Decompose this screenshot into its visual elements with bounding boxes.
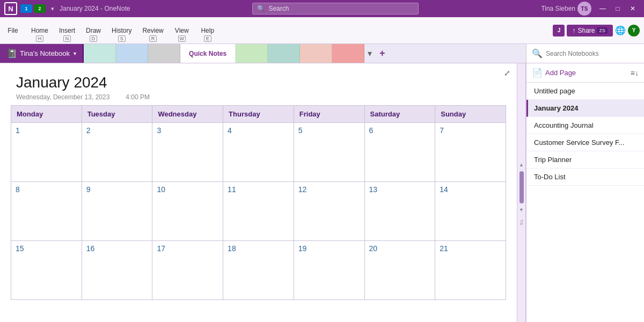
calendar-day-13[interactable]: 13: [364, 182, 435, 241]
calendar-day-12[interactable]: 12: [294, 182, 364, 241]
section-tab-3[interactable]: [148, 44, 180, 63]
search-notebooks-area[interactable]: 🔍: [526, 44, 644, 63]
page-list-item-1[interactable]: January 2024: [526, 100, 644, 117]
day-number: 7: [440, 126, 444, 135]
calendar-day-8[interactable]: 8: [11, 182, 82, 241]
day-number: 4: [228, 126, 232, 135]
section-tabs: Quick Notes ▾ +: [84, 44, 526, 63]
ribbon-tab-history[interactable]: History S: [106, 17, 137, 43]
page-list-item-5[interactable]: To-Do List: [526, 169, 644, 186]
calendar-table: Monday Tuesday Wednesday Thursday Friday…: [11, 105, 506, 300]
insert-key: N: [63, 35, 71, 42]
section-tab-quicknotes[interactable]: Quick Notes: [180, 44, 236, 63]
scroll-up-icon[interactable]: ▲: [517, 160, 525, 169]
scroll-down-icon[interactable]: ▼: [517, 206, 525, 214]
share-shortcut: ZS: [597, 27, 608, 34]
user-name: Tina Sieben: [541, 5, 575, 12]
content-header: January 2024 Wednesday, December 13, 202…: [0, 63, 517, 105]
ribbon-tab-file[interactable]: File: [0, 17, 26, 43]
cal-header-wednesday: Wednesday: [152, 106, 223, 123]
calendar-day-6[interactable]: 6: [364, 123, 435, 182]
add-section-button[interactable]: +: [375, 44, 390, 63]
calendar-day-18[interactable]: 18: [223, 241, 294, 300]
view-label: View: [175, 27, 189, 34]
ribbon-tab-help[interactable]: Help E: [195, 17, 221, 43]
scroll-thumb[interactable]: [519, 171, 524, 203]
title-bar-search[interactable]: 🔍 Search: [252, 3, 419, 14]
onenote-logo: N: [4, 2, 17, 15]
ribbon-tab-review[interactable]: Review R: [137, 17, 169, 43]
calendar-day-1[interactable]: 1: [11, 123, 82, 182]
calendar-day-2[interactable]: 2: [82, 123, 152, 182]
calendar-day-3[interactable]: 3: [152, 123, 223, 182]
day-number: 10: [157, 185, 165, 194]
tabs-overflow-button[interactable]: ▾: [364, 44, 375, 63]
ribbon: File Home H Insert N Draw D History S Re…: [0, 17, 644, 44]
notebook-button[interactable]: 📓 Tina's Notebook ▾: [0, 44, 84, 63]
calendar-day-15[interactable]: 15: [11, 241, 82, 300]
app-title: January 2024 - OneNote: [60, 5, 130, 12]
help-label: Help: [201, 27, 214, 34]
section-tab-7[interactable]: [300, 44, 332, 63]
share-button[interactable]: ↑ Share ZS: [567, 25, 613, 36]
page-date: Wednesday, December 13, 2023: [16, 93, 109, 101]
add-page-button[interactable]: 📄 Add Page: [532, 68, 576, 78]
section-tab-8[interactable]: [332, 44, 364, 63]
search-notebooks-icon: 🔍: [532, 48, 543, 58]
calendar-day-11[interactable]: 11: [223, 182, 294, 241]
y-badge: Y: [628, 25, 640, 36]
search-notebooks-input[interactable]: [546, 50, 639, 57]
avatar[interactable]: TS: [577, 2, 591, 16]
section-tab-5[interactable]: [236, 44, 268, 63]
page-list-item-3[interactable]: Customer Service Survey F...: [526, 134, 644, 151]
notebook-icon: 📓: [6, 48, 17, 58]
globe-icon[interactable]: 🌐: [615, 25, 626, 35]
calendar-day-19[interactable]: 19: [294, 241, 364, 300]
page-list-item-4[interactable]: Trip Planner: [526, 151, 644, 169]
user-info: Tina Sieben TS: [541, 2, 591, 16]
calendar-day-10[interactable]: 10: [152, 182, 223, 241]
calendar-day-7[interactable]: 7: [435, 123, 506, 182]
main-area: January 2024 Wednesday, December 13, 202…: [0, 63, 644, 322]
ribbon-tab-draw[interactable]: Draw D: [80, 17, 106, 43]
section-tab-2[interactable]: [116, 44, 148, 63]
day-number: 5: [298, 126, 303, 135]
page-list-item-2[interactable]: Accounting Journal: [526, 117, 644, 134]
calendar-day-20[interactable]: 20: [364, 241, 435, 300]
title-bar: N 1 2 ▾ January 2024 - OneNote 🔍 Search …: [0, 0, 644, 17]
page-title: January 2024: [16, 74, 501, 91]
calendar-day-17[interactable]: 17: [152, 241, 223, 300]
cal-header-thursday: Thursday: [223, 106, 294, 123]
content-panel: January 2024 Wednesday, December 13, 202…: [0, 63, 517, 322]
maximize-button[interactable]: □: [611, 3, 625, 14]
section-tab-1[interactable]: [84, 44, 116, 63]
section-tab-6[interactable]: [268, 44, 300, 63]
ribbon-tab-insert[interactable]: Insert N: [54, 17, 80, 43]
calendar-day-14[interactable]: 14: [435, 182, 506, 241]
ribbon-tab-home[interactable]: Home H: [26, 17, 54, 43]
calendar-day-21[interactable]: 21: [435, 241, 506, 300]
ribbon-tab-view[interactable]: View W: [169, 17, 195, 43]
cal-header-friday: Friday: [294, 106, 364, 123]
calendar-day-16[interactable]: 16: [82, 241, 152, 300]
badge-1: 1: [20, 4, 32, 13]
j-badge: J: [553, 25, 565, 36]
day-number: 9: [86, 185, 91, 194]
calendar-container: Monday Tuesday Wednesday Thursday Friday…: [0, 105, 517, 305]
expand-button[interactable]: ⤢: [504, 69, 510, 77]
cal-header-saturday: Saturday: [364, 106, 435, 123]
day-number: 3: [157, 126, 161, 135]
day-number: 14: [440, 185, 448, 194]
calendar-day-5[interactable]: 5: [294, 123, 364, 182]
history-key: S: [118, 35, 126, 42]
minimize-button[interactable]: —: [596, 3, 610, 14]
calendar-day-4[interactable]: 4: [223, 123, 294, 182]
page-list-item-0[interactable]: Untitled page: [526, 83, 644, 100]
review-key: R: [149, 35, 157, 42]
file-label: File: [8, 27, 18, 34]
close-button[interactable]: ✕: [626, 3, 640, 14]
calendar-day-9[interactable]: 9: [82, 182, 152, 241]
sort-button[interactable]: ≡↓: [631, 69, 639, 77]
home-key: H: [36, 35, 43, 42]
quicknotes-label: Quick Notes: [189, 50, 226, 57]
